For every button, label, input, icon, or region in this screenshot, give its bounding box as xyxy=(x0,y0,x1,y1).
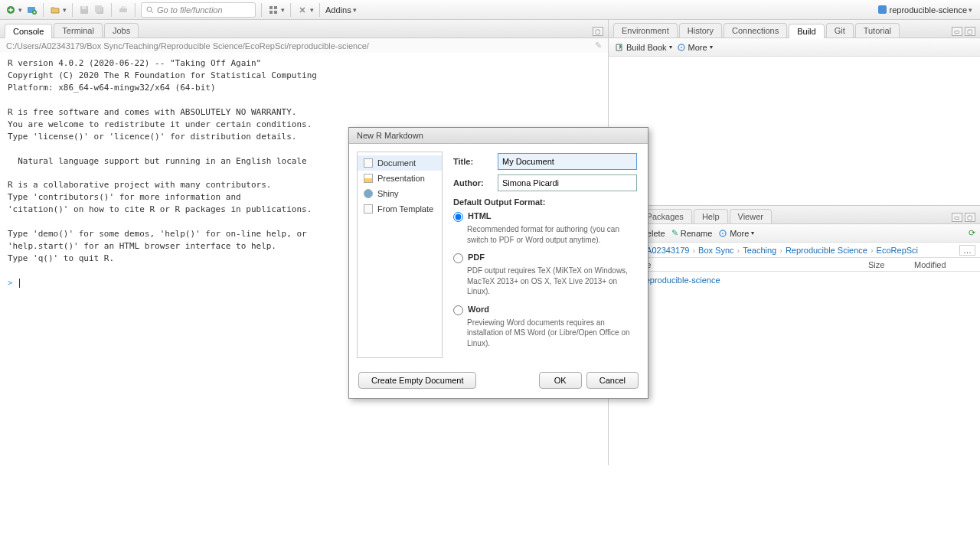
breadcrumb-more[interactable]: … xyxy=(959,245,975,256)
tab-git[interactable]: Git xyxy=(826,23,854,37)
files-more-button[interactable]: More ▾ xyxy=(718,229,754,238)
document-icon xyxy=(364,158,373,168)
console-working-dir: C:/Users/A02343179/Box Sync/Teaching/Rep… xyxy=(0,38,608,53)
new-rmarkdown-dialog: New R Markdown Document Presentation Shi… xyxy=(348,127,648,399)
rename-button[interactable]: ✎Rename xyxy=(671,228,713,238)
cancel-button[interactable]: Cancel xyxy=(586,372,639,389)
refresh-files-icon[interactable]: ⟳ xyxy=(969,228,975,238)
goto-placeholder: Go to file/function xyxy=(157,5,223,15)
dialog-title: New R Markdown xyxy=(349,128,648,144)
author-input[interactable] xyxy=(498,174,637,191)
env-tabs: Environment History Connections Build Gi… xyxy=(609,20,980,38)
main-toolbar: ▾ ▾ Go to file/function ▾ ▾ Addins ▾ rep… xyxy=(0,0,980,20)
svg-rect-12 xyxy=(274,6,277,9)
sidebar-item-shiny[interactable]: Shiny xyxy=(358,186,442,201)
crumb-4[interactable]: Reproducible Science xyxy=(786,246,867,255)
word-label: Word xyxy=(468,305,489,314)
tools-icon[interactable] xyxy=(296,4,309,16)
radio-pdf[interactable] xyxy=(453,253,463,263)
svg-point-16 xyxy=(681,47,682,48)
new-file-dropdown[interactable]: ▾ xyxy=(18,6,22,14)
tools-dropdown[interactable]: ▾ xyxy=(310,6,314,14)
tab-connections[interactable]: Connections xyxy=(724,23,787,37)
minimize-env-icon[interactable]: ▭ xyxy=(952,27,962,36)
files-tabs: ts Packages Help Viewer ▭ ▢ xyxy=(609,206,980,224)
maximize-console-icon[interactable]: ▢ xyxy=(593,27,603,36)
goto-file-input[interactable]: Go to file/function xyxy=(141,2,256,18)
rename-icon: ✎ xyxy=(671,228,678,238)
files-header: Name Size Modified xyxy=(609,258,980,272)
print-icon[interactable] xyxy=(117,4,129,16)
tab-history[interactable]: History xyxy=(679,23,722,37)
addins-dropdown[interactable]: ▾ xyxy=(353,6,357,14)
panes-dropdown[interactable]: ▾ xyxy=(281,6,285,14)
files-breadcrumb: ⌂ sers› A02343179› Box Sync› Teaching› R… xyxy=(609,243,980,258)
tab-build[interactable]: Build xyxy=(789,24,824,38)
pdf-desc: PDF output requires TeX (MiKTeX on Windo… xyxy=(467,266,637,297)
author-label: Author: xyxy=(453,178,492,187)
new-file-icon[interactable] xyxy=(5,4,17,16)
html-desc: Recommended format for authoring (you ca… xyxy=(467,224,637,245)
grid-icon[interactable] xyxy=(267,4,279,16)
addins-menu[interactable]: Addins xyxy=(325,5,351,15)
project-icon xyxy=(878,5,887,14)
build-toolbar: Build Book ▾ More ▾ xyxy=(609,38,980,57)
save-all-icon[interactable] xyxy=(93,4,106,16)
project-selector[interactable]: reproducible-science ▾ xyxy=(875,5,976,15)
file-row[interactable]: 📁reproducible-science xyxy=(609,272,980,288)
console-tabs: Console Terminal Jobs ▢ xyxy=(0,20,608,38)
maximize-env-icon[interactable]: ▢ xyxy=(965,27,975,36)
presentation-icon xyxy=(364,174,373,183)
files-toolbar: der ⊘Delete ✎Rename More ▾ ⟳ xyxy=(609,224,980,243)
radio-html[interactable] xyxy=(453,212,463,222)
tab-viewer[interactable]: Viewer xyxy=(730,209,772,223)
radio-word[interactable] xyxy=(453,305,463,315)
build-output xyxy=(609,57,980,205)
project-name: reproducible-science xyxy=(890,5,968,15)
shiny-icon xyxy=(364,189,373,198)
svg-rect-11 xyxy=(270,6,273,9)
crumb-3[interactable]: Teaching xyxy=(743,246,776,255)
save-icon[interactable] xyxy=(78,4,90,16)
svg-rect-4 xyxy=(82,6,87,9)
dialog-sidebar: Document Presentation Shiny From Templat… xyxy=(357,152,443,358)
html-label: HTML xyxy=(468,211,492,220)
tab-tutorial[interactable]: Tutorial xyxy=(855,23,900,37)
right-pane: Environment History Connections Build Gi… xyxy=(609,20,980,465)
sidebar-item-document[interactable]: Document xyxy=(358,155,442,171)
crumb-2[interactable]: Box Sync xyxy=(698,246,733,255)
title-label: Title: xyxy=(453,157,492,166)
col-modified[interactable]: Modified xyxy=(914,260,975,269)
word-desc: Previewing Word documents requires an in… xyxy=(467,318,637,349)
ok-button[interactable]: OK xyxy=(539,372,582,389)
create-empty-button[interactable]: Create Empty Document xyxy=(358,372,476,389)
svg-rect-7 xyxy=(119,8,127,12)
svg-rect-6 xyxy=(95,5,102,12)
new-project-icon[interactable] xyxy=(25,4,38,16)
col-size[interactable]: Size xyxy=(868,260,914,269)
template-icon xyxy=(364,204,373,214)
tab-terminal[interactable]: Terminal xyxy=(54,23,103,37)
minimize-files-icon[interactable]: ▭ xyxy=(952,213,962,222)
build-book-button[interactable]: Build Book ▾ xyxy=(615,43,672,52)
clear-console-icon[interactable]: ✎ xyxy=(595,41,602,51)
open-recent-dropdown[interactable]: ▾ xyxy=(63,6,67,14)
project-dropdown[interactable]: ▾ xyxy=(969,6,972,14)
tab-jobs[interactable]: Jobs xyxy=(104,23,139,37)
open-file-icon[interactable] xyxy=(49,4,61,16)
title-input[interactable] xyxy=(498,153,637,170)
pdf-label: PDF xyxy=(468,253,485,262)
tab-environment[interactable]: Environment xyxy=(613,23,678,37)
sidebar-item-presentation[interactable]: Presentation xyxy=(358,171,442,186)
tab-help[interactable]: Help xyxy=(694,209,728,223)
crumb-1[interactable]: A02343179 xyxy=(646,246,689,255)
format-header: Default Output Format: xyxy=(453,197,637,207)
crumb-5[interactable]: EcoRepSci xyxy=(877,246,918,255)
col-name[interactable]: Name xyxy=(629,260,868,269)
build-more-button[interactable]: More ▾ xyxy=(677,43,713,52)
sidebar-item-template[interactable]: From Template xyxy=(358,201,442,217)
tab-console[interactable]: Console xyxy=(5,24,52,38)
maximize-files-icon[interactable]: ▢ xyxy=(965,213,975,222)
svg-rect-8 xyxy=(121,6,126,8)
svg-line-10 xyxy=(151,11,153,13)
